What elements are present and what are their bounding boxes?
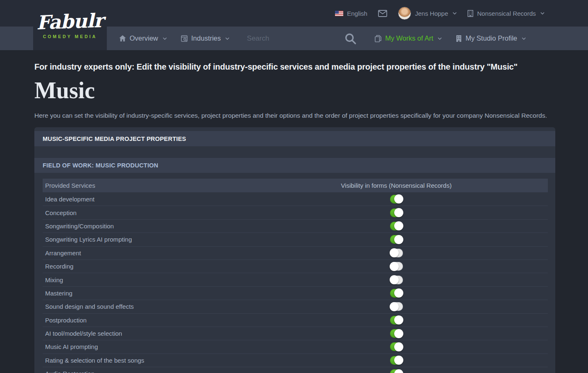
service-label: Sound design and sound effects xyxy=(43,303,245,310)
visibility-toggle[interactable] xyxy=(390,208,403,217)
table-row: Conception xyxy=(43,206,548,219)
visibility-toggle[interactable] xyxy=(390,195,403,203)
toggle-cell xyxy=(245,356,548,365)
toggle-knob xyxy=(390,248,399,257)
visibility-toggle[interactable] xyxy=(390,222,403,230)
table-row: Mixing xyxy=(43,273,548,286)
chevron-down-icon xyxy=(522,37,526,40)
nav-my-works[interactable]: My Works of Art xyxy=(375,34,442,42)
table-row: Audio Restoration xyxy=(43,367,548,373)
logo-subtitle: COMEDY MEDIA xyxy=(43,34,97,39)
toggle-knob xyxy=(394,288,403,298)
service-label: Music AI prompting xyxy=(43,343,245,350)
page-title: Music xyxy=(34,78,554,103)
app-root: English Jens Hoppe N xyxy=(0,0,588,373)
col-provided-services: Provided Services xyxy=(43,182,245,189)
toggle-cell xyxy=(245,342,548,351)
user-name: Jens Hoppe xyxy=(415,10,448,17)
service-label: Mastering xyxy=(43,290,245,297)
search-input[interactable] xyxy=(247,34,344,43)
company-name: Nonsensical Records xyxy=(477,10,536,17)
nav-right-cluster: My Works of Art My Studio Profile xyxy=(375,34,526,42)
toggle-cell xyxy=(245,262,548,271)
toggle-cell xyxy=(245,316,548,325)
avatar[interactable] xyxy=(398,7,411,20)
table-row: Arrangement xyxy=(43,246,548,259)
visibility-toggle[interactable] xyxy=(390,342,403,351)
search-button[interactable] xyxy=(344,32,357,45)
toggle-knob xyxy=(394,315,403,325)
toggle-cell xyxy=(245,276,548,284)
toggle-knob xyxy=(394,369,403,373)
chevron-down-icon xyxy=(438,37,442,40)
building-icon xyxy=(468,10,473,17)
toggle-cell xyxy=(245,302,548,311)
nav-industries[interactable]: Industries xyxy=(181,34,230,42)
table-row: Idea development xyxy=(43,192,548,206)
nav-my-works-label: My Works of Art xyxy=(385,34,433,42)
logo[interactable]: Fabulr COMEDY MEDIA xyxy=(33,0,107,50)
visibility-toggle[interactable] xyxy=(390,276,403,284)
service-label: Mixing xyxy=(43,276,245,283)
chevron-down-icon xyxy=(163,37,167,40)
service-label: Rating & selection of the best songs xyxy=(43,357,245,364)
service-label: Audio Restoration xyxy=(43,370,245,373)
field-of-work-label: FIELD OF WORK: MUSIC PRODUCTION xyxy=(43,162,158,169)
toggle-knob xyxy=(390,275,399,284)
page-description: Here you can set the visibility of indus… xyxy=(34,112,554,119)
service-label: Songwriting/Composition xyxy=(43,223,245,230)
visibility-toggle[interactable] xyxy=(390,369,403,373)
toggle-knob xyxy=(390,262,399,271)
properties-panel: MUSIC-SPECIFIC MEDIA PROJECT PROPERTIES … xyxy=(34,127,555,373)
service-label: Recording xyxy=(43,263,245,270)
section-header-label: MUSIC-SPECIFIC MEDIA PROJECT PROPERTIES xyxy=(43,136,186,142)
copy-pages-icon xyxy=(375,35,381,42)
table-header-row: Provided Services Visibility in forms (N… xyxy=(43,179,548,192)
main-content: For industry experts only: Edit the visi… xyxy=(0,62,588,373)
toggle-knob xyxy=(394,194,403,203)
visibility-toggle[interactable] xyxy=(390,262,403,271)
building-icon xyxy=(456,35,462,42)
visibility-toggle[interactable] xyxy=(390,235,403,244)
table-row: Postproduction xyxy=(43,313,548,327)
expert-note: For industry experts only: Edit the visi… xyxy=(34,62,554,72)
toggle-cell xyxy=(245,208,548,217)
visibility-toggle[interactable] xyxy=(390,289,403,298)
nav-overview[interactable]: Overview xyxy=(119,34,167,42)
table-row: Sound design and sound effects xyxy=(43,300,548,313)
logo-title: Fabulr xyxy=(36,10,104,33)
toggle-cell xyxy=(245,289,548,298)
toggle-knob xyxy=(390,302,399,311)
nav-my-studio-label: My Studio Profile xyxy=(465,34,517,42)
visibility-toggle[interactable] xyxy=(390,302,403,311)
visibility-toggle[interactable] xyxy=(390,316,403,325)
toggle-knob xyxy=(394,235,403,244)
nav-my-studio[interactable]: My Studio Profile xyxy=(456,34,526,42)
service-label: Arrangement xyxy=(43,249,245,257)
col-visibility: Visibility in forms (Nonsensical Records… xyxy=(245,182,548,189)
table-row: Rating & selection of the best songs xyxy=(43,354,548,367)
us-flag-icon xyxy=(335,11,343,16)
file-search-icon xyxy=(181,35,188,42)
nav-overview-label: Overview xyxy=(130,34,158,42)
visibility-toggle[interactable] xyxy=(390,329,403,338)
table-row: Recording xyxy=(43,259,548,273)
language-selector[interactable]: English xyxy=(335,10,367,17)
service-label: AI tool/model/style selection xyxy=(43,330,245,337)
visibility-toggle[interactable] xyxy=(390,249,403,257)
company-selector[interactable]: Nonsensical Records xyxy=(468,10,545,17)
mail-icon xyxy=(378,10,387,17)
chevron-down-icon xyxy=(453,12,457,15)
table-row: Music AI prompting xyxy=(43,340,548,353)
toggle-knob xyxy=(394,342,403,351)
toggle-cell xyxy=(245,369,548,373)
toggle-knob xyxy=(394,221,403,230)
toggle-knob xyxy=(394,208,403,217)
toggle-knob xyxy=(394,329,403,338)
messages-button[interactable] xyxy=(378,10,387,17)
user-menu[interactable]: Jens Hoppe xyxy=(398,7,457,20)
toggle-cell xyxy=(245,195,548,203)
visibility-toggle[interactable] xyxy=(390,356,403,365)
toggle-knob xyxy=(394,356,403,365)
home-icon xyxy=(119,35,126,41)
